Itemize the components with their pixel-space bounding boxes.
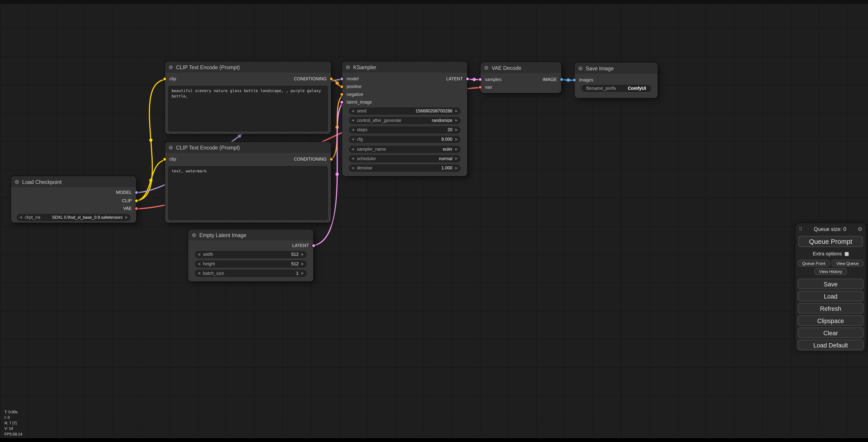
prompt-textarea[interactable]: text, watermark [168, 166, 328, 220]
vae-socket-icon[interactable] [134, 207, 138, 210]
decrement-icon[interactable]: ◀ [349, 117, 357, 124]
decrement-icon[interactable]: ◀ [349, 136, 357, 143]
node-title-bar[interactable]: CLIP Text Encode (Prompt) [165, 61, 331, 72]
image-socket-icon[interactable] [560, 78, 563, 82]
output-port-vae[interactable]: VAE [123, 206, 136, 211]
input-port-positive[interactable]: positive [342, 84, 362, 89]
increment-icon[interactable]: ▶ [453, 155, 461, 163]
input-port-vae[interactable]: vae [480, 85, 492, 90]
steps-widget[interactable]: ◀ steps 20 ▶ [349, 126, 461, 134]
latent-socket-icon[interactable] [312, 244, 315, 248]
ckpt-name-widget[interactable]: ◀ ckpt_name SDXL 0.9\sd_xl_base_0.9.safe… [17, 214, 130, 221]
decrement-icon[interactable]: ◀ [349, 126, 357, 134]
decrement-icon[interactable]: ◀ [349, 146, 357, 153]
drag-handle-icon[interactable]: ⠿ [799, 226, 802, 232]
conditioning-socket-icon[interactable] [340, 85, 344, 89]
save-button[interactable]: Save [798, 279, 864, 289]
model-socket-icon[interactable] [340, 77, 344, 81]
collapse-dot-icon[interactable] [169, 145, 173, 149]
increment-icon[interactable]: ▶ [453, 126, 461, 134]
input-port-latent-image[interactable]: latent_image [342, 100, 372, 105]
increment-icon[interactable]: ▶ [299, 270, 307, 277]
output-port-image[interactable]: IMAGE [543, 77, 561, 82]
cfg-widget[interactable]: ◀ cfg 8.000 ▶ [349, 136, 461, 143]
scheduler-widget[interactable]: ◀ scheduler normal ▶ [349, 155, 461, 163]
output-port-latent[interactable]: LATENT [446, 77, 467, 82]
decrement-icon[interactable]: ◀ [349, 155, 357, 163]
control-after-generate-widget[interactable]: ◀ control_after_generate randomize ▶ [349, 117, 461, 124]
input-port-samples[interactable]: samples [480, 77, 502, 82]
node-title-bar[interactable]: KSampler [342, 61, 467, 72]
node-clip-text-encode-negative[interactable]: CLIP Text Encode (Prompt) clip CONDITION… [165, 142, 331, 223]
model-socket-icon[interactable] [134, 190, 138, 194]
clip-socket-icon[interactable] [134, 199, 138, 203]
input-port-images[interactable]: images [575, 78, 593, 83]
queue-front-button[interactable]: Queue Front [798, 260, 830, 266]
decrement-icon[interactable]: ◀ [349, 108, 357, 115]
view-queue-button[interactable]: View Queue [831, 260, 864, 266]
vae-socket-icon[interactable] [478, 85, 482, 89]
node-save-image[interactable]: Save Image images filename_prefix ComfyU… [575, 63, 657, 98]
node-vae-decode[interactable]: VAE Decode samples vae IMAGE [480, 62, 561, 93]
load-button[interactable]: Load [798, 291, 864, 301]
decrement-icon[interactable]: ◀ [195, 251, 203, 258]
node-load-checkpoint[interactable]: Load Checkpoint MODEL CLIP VAE ◀ ckpt_na… [11, 176, 136, 223]
input-port-model[interactable]: model [342, 77, 359, 82]
conditioning-socket-icon[interactable] [340, 92, 344, 96]
conditioning-socket-icon[interactable] [329, 157, 333, 161]
node-empty-latent-image[interactable]: Empty Latent Image LATENT ◀ width 512 ▶ … [188, 229, 313, 282]
clear-button[interactable]: Clear [798, 327, 864, 338]
node-title-bar[interactable]: CLIP Text Encode (Prompt) [165, 142, 331, 153]
node-title-bar[interactable]: Load Checkpoint [11, 176, 136, 187]
clipspace-button[interactable]: Clipspace [798, 315, 864, 326]
collapse-dot-icon[interactable] [15, 180, 19, 184]
image-socket-icon[interactable] [572, 78, 576, 82]
decrement-icon[interactable]: ◀ [349, 165, 357, 172]
filename-prefix-widget[interactable]: filename_prefix ComfyUI [581, 85, 651, 92]
latent-socket-icon[interactable] [466, 77, 469, 81]
decrement-icon[interactable]: ◀ [195, 260, 203, 268]
collapse-dot-icon[interactable] [192, 233, 196, 237]
clip-socket-icon[interactable] [163, 157, 166, 161]
increment-icon[interactable]: ▶ [299, 251, 307, 258]
denoise-widget[interactable]: ◀ denoise 1.000 ▶ [349, 165, 461, 172]
load-default-button[interactable]: Load Default [798, 340, 864, 350]
collapse-dot-icon[interactable] [579, 66, 582, 70]
increment-icon[interactable]: ▶ [453, 108, 461, 115]
sampler-name-widget[interactable]: ◀ sampler_name euler ▶ [349, 146, 461, 153]
clip-socket-icon[interactable] [163, 77, 166, 81]
decrement-icon[interactable]: ◀ [17, 214, 25, 221]
node-clip-text-encode-positive[interactable]: CLIP Text Encode (Prompt) clip CONDITION… [165, 61, 331, 134]
increment-icon[interactable]: ▶ [453, 165, 461, 172]
increment-icon[interactable]: ▶ [123, 214, 131, 221]
increment-icon[interactable]: ▶ [453, 146, 461, 153]
latent-socket-icon[interactable] [340, 100, 344, 104]
graph-canvas[interactable]: Load Checkpoint MODEL CLIP VAE ◀ ckpt_na… [0, 0, 868, 442]
decrement-icon[interactable]: ◀ [195, 270, 203, 277]
width-widget[interactable]: ◀ width 512 ▶ [195, 251, 307, 258]
input-port-negative[interactable]: negative [342, 92, 363, 97]
output-port-model[interactable]: MODEL [116, 190, 136, 195]
increment-icon[interactable]: ▶ [299, 260, 307, 268]
prompt-textarea[interactable]: beautiful scenery nature glass bottle la… [168, 86, 328, 131]
settings-gear-icon[interactable]: ⚙ [858, 226, 863, 232]
increment-icon[interactable]: ▶ [453, 117, 461, 124]
conditioning-socket-icon[interactable] [329, 77, 333, 81]
output-port-latent[interactable]: LATENT [292, 243, 313, 248]
collapse-dot-icon[interactable] [485, 66, 488, 69]
node-title-bar[interactable]: Empty Latent Image [188, 229, 313, 240]
collapse-dot-icon[interactable] [346, 65, 350, 69]
extra-options-checkbox[interactable] [845, 252, 848, 256]
collapse-dot-icon[interactable] [169, 65, 173, 69]
latent-socket-icon[interactable] [478, 78, 482, 82]
node-ksampler[interactable]: KSampler model positive negative latent_… [342, 61, 467, 176]
input-port-clip[interactable]: clip [165, 77, 176, 82]
refresh-button[interactable]: Refresh [798, 303, 864, 314]
increment-icon[interactable]: ▶ [453, 136, 461, 143]
input-port-clip[interactable]: clip [165, 157, 176, 162]
view-history-button[interactable]: View History [814, 268, 847, 275]
seed-widget[interactable]: ◀ seed 156680208700286 ▶ [349, 108, 461, 115]
output-port-conditioning[interactable]: CONDITIONING [294, 157, 331, 162]
height-widget[interactable]: ◀ height 512 ▶ [195, 260, 307, 268]
node-title-bar[interactable]: Save Image [575, 63, 657, 74]
